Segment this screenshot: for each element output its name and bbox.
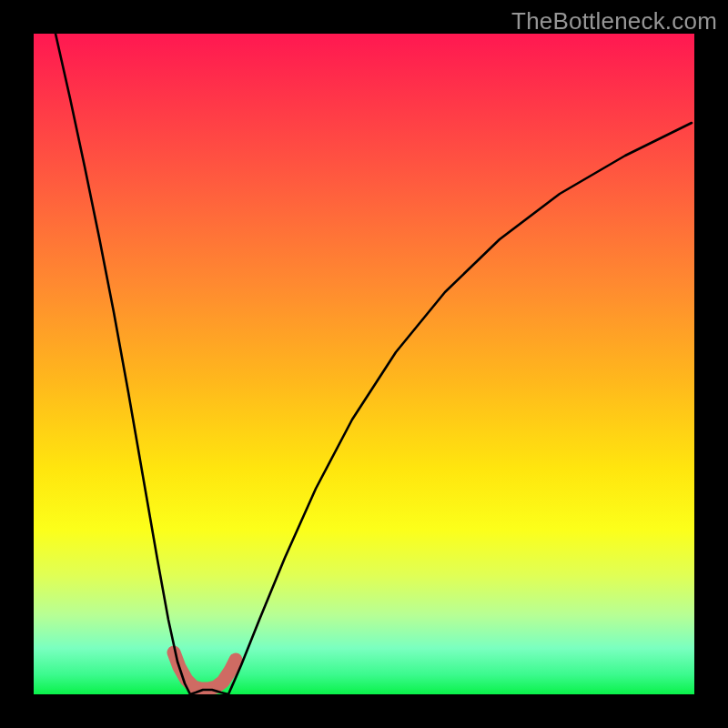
curve-svg <box>34 34 694 694</box>
bottleneck-curve <box>56 34 692 694</box>
watermark-text: TheBottleneck.com <box>511 7 717 35</box>
plot-area <box>34 34 694 694</box>
chart-frame: TheBottleneck.com <box>0 0 728 728</box>
optimal-region-overlay <box>174 652 236 689</box>
